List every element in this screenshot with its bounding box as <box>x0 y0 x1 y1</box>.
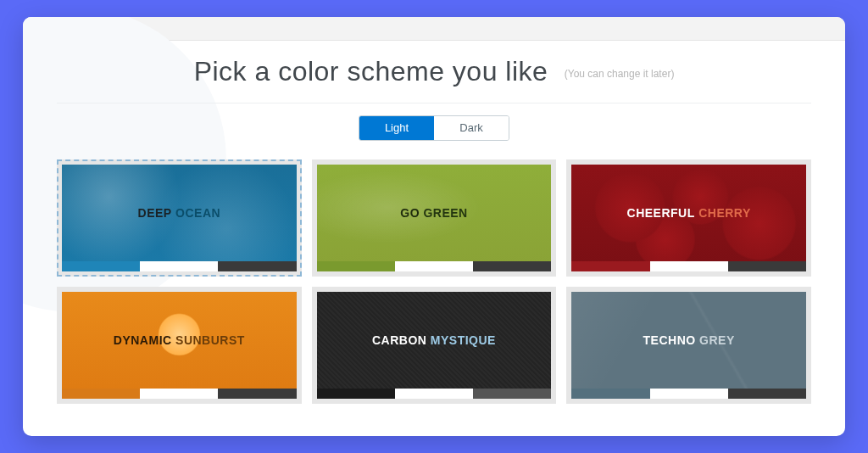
scheme-label: DEEP OCEAN <box>62 165 297 261</box>
scheme-label: CHEERFUL CHERRY <box>571 165 806 261</box>
scheme-card-cheerful-cherry[interactable]: CHEERFUL CHERRY <box>566 159 811 277</box>
divider <box>57 103 811 103</box>
scheme-label-word2: OCEAN <box>175 206 220 220</box>
swatch <box>62 389 140 399</box>
swatch <box>728 389 806 399</box>
swatch <box>650 261 728 271</box>
scheme-swatches <box>317 261 552 271</box>
scheme-card-inner: CARBON MYSTIQUE <box>317 292 552 399</box>
scheme-label-word1: CARBON <box>372 333 426 347</box>
swatch <box>218 261 296 271</box>
scheme-swatches <box>571 261 806 271</box>
scheme-label: CARBON MYSTIQUE <box>317 292 552 389</box>
swatch <box>473 389 551 399</box>
scheme-label-word1: GO <box>400 206 420 220</box>
swatch <box>140 389 218 399</box>
scheme-card-inner: CHEERFUL CHERRY <box>571 165 806 271</box>
app-window: Pick a color scheme you like (You can ch… <box>23 17 845 436</box>
swatch <box>571 261 649 271</box>
swatch <box>571 389 649 399</box>
scheme-card-inner: TECHNO GREY <box>571 292 806 399</box>
scheme-swatches <box>317 389 552 399</box>
swatch <box>140 261 218 271</box>
scheme-label-word1: DYNAMIC <box>114 333 172 347</box>
scheme-label: GO GREEN <box>317 165 552 261</box>
scheme-card-inner: DEEP OCEAN <box>62 165 297 271</box>
scheme-grid: DEEP OCEANGO GREENCHEERFUL CHERRYDYNAMIC… <box>57 159 811 404</box>
scheme-label-word1: TECHNO <box>643 333 696 347</box>
page-subtitle: (You can change it later) <box>565 68 675 80</box>
mode-toggle: Light Dark <box>57 115 811 141</box>
swatch <box>728 261 806 271</box>
scheme-label-word2: MYSTIQUE <box>431 333 496 347</box>
scheme-label-word2: GREEN <box>423 206 467 220</box>
scheme-card-inner: DYNAMIC SUNBURST <box>62 292 297 399</box>
toggle-light-button[interactable]: Light <box>359 116 434 140</box>
scheme-card-dynamic-sunburst[interactable]: DYNAMIC SUNBURST <box>57 287 302 404</box>
content-area: Pick a color scheme you like (You can ch… <box>23 41 845 436</box>
page-title-text: Pick a color scheme you like <box>194 56 548 87</box>
page-title: Pick a color scheme you like (You can ch… <box>57 56 811 87</box>
scheme-swatches <box>62 261 297 271</box>
scheme-label-word2: CHERRY <box>698 206 751 220</box>
scheme-card-go-green[interactable]: GO GREEN <box>312 159 557 277</box>
scheme-card-inner: GO GREEN <box>317 165 552 271</box>
scheme-card-carbon-mystique[interactable]: CARBON MYSTIQUE <box>312 287 557 404</box>
scheme-label-word1: CHEERFUL <box>627 206 695 220</box>
scheme-card-techno-grey[interactable]: TECHNO GREY <box>566 287 811 404</box>
scheme-swatches <box>571 389 806 399</box>
scheme-label: TECHNO GREY <box>571 292 806 389</box>
scheme-label-word2: SUNBURST <box>175 333 245 347</box>
scheme-label-word2: GREY <box>699 333 735 347</box>
swatch <box>395 261 473 271</box>
swatch <box>317 389 395 399</box>
mode-toggle-group: Light Dark <box>359 115 509 141</box>
swatch <box>62 261 140 271</box>
swatch <box>317 261 395 271</box>
toggle-dark-button[interactable]: Dark <box>434 116 509 140</box>
scheme-label-word1: DEEP <box>138 206 172 220</box>
scheme-swatches <box>62 389 297 399</box>
swatch <box>218 389 296 399</box>
swatch <box>395 389 473 399</box>
scheme-card-deep-ocean[interactable]: DEEP OCEAN <box>57 159 302 277</box>
swatch <box>473 261 551 271</box>
swatch <box>650 389 728 399</box>
scheme-label: DYNAMIC SUNBURST <box>62 292 297 389</box>
